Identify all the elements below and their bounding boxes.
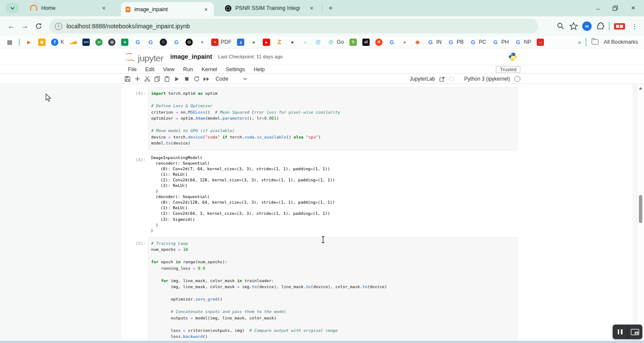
bookmark-facebook[interactable]: fK — [51, 39, 64, 46]
forward-button[interactable]: → — [18, 19, 32, 33]
picture-in-picture-button[interactable] — [628, 325, 642, 339]
bookmark-red-arrow[interactable]: → — [537, 39, 544, 46]
bookmark-arrow[interactable]: ▶ — [25, 39, 33, 46]
site-info-icon[interactable]: i — [55, 23, 62, 30]
save-button[interactable] — [122, 75, 132, 83]
cell-editor[interactable]: # Training Loopnum_epochs = 10 for epoch… — [148, 237, 517, 343]
window-restore-button[interactable] — [613, 6, 618, 11]
tab-image-inpaint[interactable]: image_inpaint × — [121, 2, 214, 16]
bookmarks-divider — [586, 38, 586, 46]
menu-settings[interactable]: Settings — [222, 66, 249, 72]
bookmark-camera[interactable]: ▣ — [38, 39, 46, 46]
back-button[interactable]: ← — [4, 19, 18, 33]
code-cell[interactable]: [5]:# Training Loopnum_epochs = 10 for e… — [136, 237, 632, 343]
notebook-filename[interactable]: image_inpaint — [170, 53, 213, 60]
extension-red-badge-icon[interactable] — [614, 23, 625, 30]
close-tab-icon[interactable]: × — [308, 5, 315, 11]
menu-file[interactable]: File — [125, 66, 140, 72]
tab-psnr-ssim[interactable]: PSNR SSIM Training Integration × — [221, 0, 319, 16]
scroll-up-arrow[interactable] — [639, 87, 642, 90]
bookmark-android[interactable]: ▲ — [250, 39, 257, 46]
bookmarks-overflow-button[interactable]: » — [578, 39, 580, 45]
bookmark-google-2[interactable]: G — [147, 39, 154, 46]
menu-kernel[interactable]: Kernel — [198, 66, 221, 72]
restart-icon — [194, 76, 200, 82]
paste-cell-button[interactable] — [162, 75, 172, 83]
new-tab-button[interactable]: + — [325, 3, 336, 13]
bookmark-sheets[interactable]: + — [121, 39, 128, 46]
scrollbar-thumb[interactable] — [639, 195, 642, 223]
bookmark-google-3[interactable]: G — [173, 39, 180, 46]
bookmark-pdf[interactable]: ≡PDF — [211, 39, 231, 46]
cell-editor[interactable]: import torch.optim as optim # Define Los… — [148, 87, 517, 150]
restart-run-all-button[interactable] — [201, 75, 211, 83]
bookmark-swirl[interactable]: @ — [314, 39, 322, 46]
bookmark-bean[interactable]: ● — [289, 39, 296, 46]
bookmark-red-arrow-glyph: → — [537, 39, 544, 46]
cell-prompt: [4]: — [136, 153, 148, 234]
jupyterlab-link[interactable]: JupyterLab — [410, 76, 435, 82]
bookmark-google-1[interactable]: G — [134, 39, 141, 46]
all-bookmarks-button[interactable]: All Bookmarks — [604, 39, 638, 45]
bookmark-cl[interactable]: cl — [362, 39, 370, 46]
code-cell[interactable]: [4]:import torch.optim as optim # Define… — [136, 87, 632, 150]
bookmark-swirl-go[interactable]: @Go — [327, 39, 344, 46]
bookmark-zotero[interactable]: Z — [276, 39, 283, 46]
add-cell-button[interactable] — [132, 75, 142, 83]
bookmark-chatgpt[interactable]: ◎ — [185, 39, 193, 46]
restart-kernel-button[interactable] — [191, 75, 201, 83]
browser-menu-icon[interactable]: ⋮ — [629, 22, 640, 30]
bookmark-google-4-glyph: G — [388, 39, 395, 46]
window-minimize-button[interactable]: – — [596, 5, 600, 12]
menu-run[interactable]: Run — [180, 66, 197, 72]
bookmark-youtube[interactable]: ▶ — [263, 39, 270, 46]
bookmark-17-badge[interactable]: 17 — [95, 39, 103, 46]
reload-button[interactable] — [32, 19, 46, 33]
bookmark-g-pb[interactable]: GPB — [447, 39, 464, 46]
extension-infinity-icon[interactable]: ∞ — [582, 21, 592, 31]
bookmark-facebook-glyph: f — [51, 39, 58, 46]
cut-cell-button[interactable] — [142, 75, 152, 83]
trusted-badge[interactable]: Trusted — [496, 66, 520, 73]
bookmark-g-pc[interactable]: GPC — [469, 39, 486, 46]
bookmark-eye[interactable]: ◉ — [414, 39, 421, 46]
taskbar-edge — [0, 341, 644, 343]
scrollbar[interactable] — [637, 84, 644, 343]
jupyter-logo[interactable]: jupyter — [124, 51, 164, 63]
search-icon[interactable] — [556, 22, 565, 30]
notebook-file-icon — [125, 6, 131, 12]
tab-search-button[interactable] — [6, 3, 19, 13]
bookmark-lightning[interactable]: ↯ — [349, 39, 357, 46]
run-cell-button[interactable] — [172, 75, 182, 83]
bookmark-wing[interactable]: ♦ — [198, 39, 206, 46]
tab-home[interactable]: Home × — [26, 0, 112, 16]
window-close-button[interactable]: × — [631, 4, 635, 12]
bookmark-ring[interactable]: ○ — [301, 39, 309, 46]
pause-button[interactable] — [613, 325, 627, 339]
output-cell[interactable]: [4]:ImageInpaintingModel( (encoder): Seq… — [136, 153, 632, 234]
bookmark-yandex[interactable]: Я — [375, 39, 383, 46]
extensions-puzzle-icon[interactable] — [596, 22, 605, 30]
apps-grid-icon[interactable]: ▦ — [6, 39, 13, 46]
bookmark-g-np[interactable]: GNP — [514, 39, 531, 46]
bookmark-frames[interactable]: || — [237, 39, 244, 46]
bookmark-analytics[interactable]: ▂▅▇ — [70, 39, 77, 46]
close-tab-icon[interactable]: × — [203, 6, 210, 12]
menu-view[interactable]: View — [160, 66, 178, 72]
bookmark-google-4[interactable]: G — [388, 39, 395, 46]
bookmark-github[interactable]: ♘ — [160, 39, 167, 46]
bookmark-g-in[interactable]: GIN — [427, 39, 442, 46]
close-tab-icon[interactable]: × — [100, 5, 107, 11]
bookmark-matlab[interactable]: ▲ — [401, 39, 408, 46]
address-bar[interactable]: i localhost:8888/notebooks/image_inpaint… — [49, 19, 538, 33]
bookmark-ieee[interactable]: IEEE — [82, 39, 90, 46]
bookmark-g-ph[interactable]: GPH — [492, 39, 509, 46]
bookmark-star-icon[interactable] — [569, 22, 578, 30]
kernel-name[interactable]: Python 3 (ipykernel) — [464, 76, 510, 82]
interrupt-kernel-button[interactable] — [182, 75, 191, 83]
cell-type-dropdown[interactable]: Code — [216, 76, 247, 82]
menu-help[interactable]: Help — [250, 66, 268, 72]
bookmark-globe[interactable]: ⊕ — [108, 39, 115, 46]
copy-cell-button[interactable] — [152, 75, 162, 83]
menu-edit[interactable]: Edit — [142, 66, 158, 72]
